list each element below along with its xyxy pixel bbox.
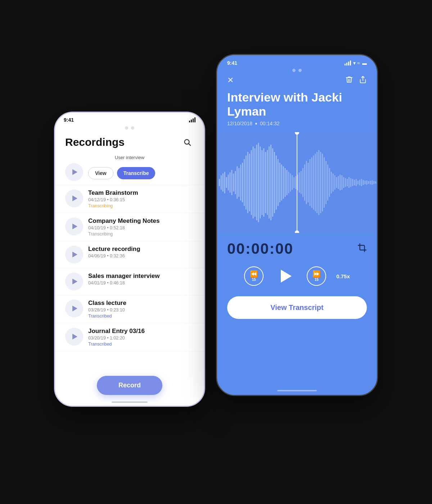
skip-back-label: 15	[252, 278, 256, 282]
play-button[interactable]	[65, 273, 83, 291]
svg-rect-71	[339, 175, 341, 190]
svg-rect-28	[263, 148, 264, 217]
recordings-title: Recordings	[65, 136, 125, 148]
list-item[interactable]: Company Meeting Notes 04/10/19 • 0:52:18…	[55, 213, 204, 241]
svg-rect-67	[333, 174, 334, 192]
svg-rect-5	[222, 174, 224, 192]
svg-rect-27	[261, 150, 262, 215]
recording-date: 12/10/2018	[227, 121, 252, 126]
header-action-icons	[345, 76, 367, 85]
playhead-bottom	[295, 230, 299, 233]
left-time: 9:41	[64, 117, 74, 123]
svg-rect-50	[302, 168, 303, 197]
recording-info: Journal Entry 03/16 03/20/19 • 1:02:20 T…	[88, 328, 194, 347]
svg-rect-35	[276, 156, 277, 210]
svg-rect-56	[313, 156, 314, 210]
share-icon	[359, 76, 367, 84]
svg-rect-22	[253, 147, 254, 219]
trash-icon	[345, 76, 353, 84]
svg-rect-81	[357, 181, 359, 184]
svg-rect-4	[221, 175, 222, 190]
share-button[interactable]	[359, 76, 367, 85]
svg-rect-75	[347, 179, 348, 186]
play-button[interactable]	[65, 246, 83, 264]
svg-rect-84	[363, 180, 364, 185]
first-item: User interview View Transcribe	[55, 153, 204, 185]
svg-rect-55	[311, 157, 312, 208]
svg-rect-19	[247, 152, 248, 213]
svg-rect-63	[325, 161, 327, 204]
view-button[interactable]: View	[88, 167, 113, 179]
skip-forward-icon: ⏩	[312, 271, 320, 277]
play-button[interactable]	[274, 265, 297, 288]
play-icon	[72, 306, 77, 311]
svg-rect-89	[372, 180, 373, 185]
right-status-icons: ▾ ≈ ▬	[345, 60, 367, 66]
svg-rect-31	[269, 147, 270, 219]
svg-rect-70	[338, 176, 339, 189]
recording-duration: 00:14:32	[260, 121, 280, 126]
svg-rect-26	[260, 147, 261, 219]
recording-title: Journal Entry 03/16	[88, 328, 194, 335]
svg-rect-57	[315, 154, 316, 211]
list-item[interactable]: Team Brainstorm 04/12/19 • 0:36:15 Trans…	[55, 185, 204, 213]
recording-info: Lecture recording 04/06/19 • 0:32:36	[88, 246, 194, 258]
recording-meta: 04/01/19 • 0:46:18	[88, 280, 194, 285]
left-status-bar: 9:41	[55, 113, 204, 124]
svg-rect-88	[370, 181, 371, 184]
crop-button[interactable]	[357, 243, 367, 255]
svg-rect-74	[345, 178, 346, 187]
svg-rect-25	[258, 143, 259, 222]
phone-right: 9:41 ▾ ≈ ▬ ✕	[216, 54, 378, 396]
search-icon	[183, 138, 191, 146]
svg-rect-83	[361, 179, 362, 186]
play-icon	[281, 270, 292, 283]
waveform-area	[217, 132, 377, 233]
playhead-line	[297, 132, 297, 233]
svg-rect-23	[255, 148, 256, 217]
svg-rect-29	[265, 152, 266, 213]
first-play-button[interactable]	[65, 163, 83, 181]
delete-button[interactable]	[345, 76, 353, 85]
recording-title: Company Meeting Notes	[88, 217, 194, 225]
list-item[interactable]: Journal Entry 03/16 03/20/19 • 1:02:20 T…	[55, 323, 204, 351]
list-item[interactable]: Class lecture 03/28/19 • 0:23:10 Transcr…	[55, 295, 204, 323]
home-indicator	[112, 401, 148, 403]
list-item[interactable]: Lecture recording 04/06/19 • 0:32:36	[55, 241, 204, 268]
svg-rect-78	[352, 179, 353, 186]
list-item[interactable]: Sales manager interview 04/01/19 • 0:46:…	[55, 268, 204, 295]
svg-rect-30	[267, 150, 268, 215]
svg-line-1	[189, 144, 190, 145]
recording-info: Sales manager interview 04/01/19 • 0:46:…	[88, 273, 194, 285]
timestamp-display: 00:00:00	[227, 240, 293, 257]
view-transcript-button[interactable]: View Transcript	[227, 296, 367, 319]
speed-button[interactable]: 0.75x	[336, 273, 350, 279]
close-button[interactable]: ✕	[227, 76, 234, 85]
svg-rect-17	[244, 159, 245, 206]
record-button[interactable]: Record	[97, 376, 162, 395]
svg-rect-48	[299, 172, 300, 193]
svg-rect-86	[366, 180, 367, 185]
svg-rect-6	[224, 172, 225, 193]
svg-rect-9	[230, 172, 231, 193]
svg-rect-49	[301, 171, 302, 194]
player-header: ✕	[217, 72, 377, 85]
svg-rect-18	[246, 156, 247, 210]
play-button[interactable]	[65, 300, 83, 318]
svg-rect-91	[375, 181, 376, 184]
svg-rect-8	[228, 175, 229, 190]
play-button[interactable]	[65, 217, 83, 235]
play-button[interactable]	[65, 189, 83, 207]
svg-rect-12	[235, 171, 236, 194]
recording-title: Class lecture	[88, 300, 194, 307]
skip-forward-button[interactable]: ⏩ 15	[307, 266, 326, 286]
play-button[interactable]	[65, 328, 83, 346]
status-badge: Transcribing	[88, 203, 194, 208]
status-badge: Transcribing	[88, 231, 194, 237]
skip-back-button[interactable]: ⏪ 15	[244, 266, 264, 286]
svg-rect-40	[284, 168, 285, 197]
svg-rect-33	[272, 148, 273, 217]
recording-meta: 04/06/19 • 0:32:36	[88, 253, 194, 258]
transcribe-button[interactable]: Transcribe	[117, 167, 156, 179]
search-button[interactable]	[180, 135, 194, 149]
